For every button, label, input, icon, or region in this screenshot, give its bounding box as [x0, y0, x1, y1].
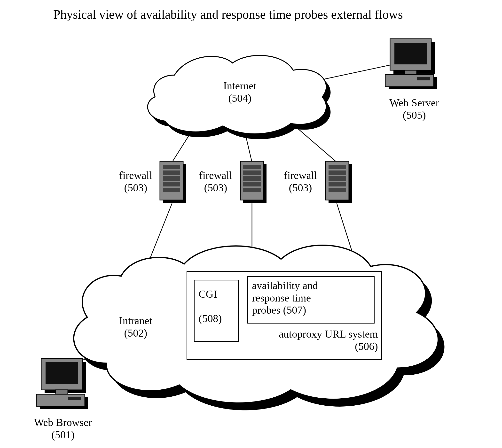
svg-rect-30 [46, 362, 78, 384]
webbrowser-label: Web Browser (501) [24, 416, 102, 441]
svg-rect-31 [56, 390, 68, 394]
webbrowser-layer [0, 0, 502, 448]
svg-rect-34 [68, 397, 81, 400]
computer-icon [36, 358, 88, 409]
diagram-title: Physical view of availability and respon… [53, 7, 403, 22]
svg-rect-33 [36, 394, 85, 406]
diagram-stage: Internet (504) Web Server (505) [0, 0, 502, 448]
